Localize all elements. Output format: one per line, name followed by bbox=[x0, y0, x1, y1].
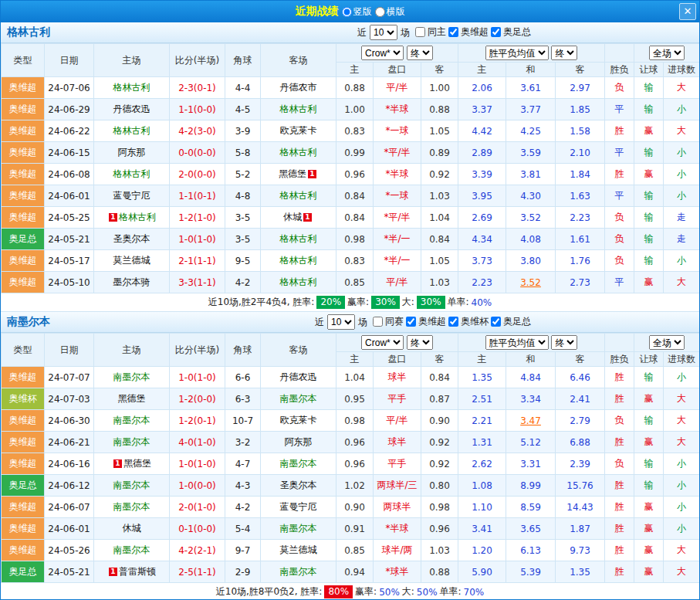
horizontal-radio[interactable] bbox=[375, 7, 385, 17]
footer-text: 50% bbox=[379, 587, 400, 598]
europe-odds-select[interactable]: 胜平负均值 bbox=[485, 46, 549, 60]
layout-option-horizontal[interactable]: 横版 bbox=[375, 5, 405, 19]
col-euro-away: 客 bbox=[556, 352, 605, 367]
europe-draw-odds-cell: 3.34 bbox=[506, 388, 556, 410]
league-filter[interactable]: 奥维杯 bbox=[448, 315, 489, 328]
corner-cell: 4-8 bbox=[225, 185, 261, 207]
col-euro-draw: 和 bbox=[506, 63, 556, 77]
goals-result-cell: 大 bbox=[664, 410, 700, 432]
corner-cell: 4-7 bbox=[225, 453, 261, 475]
footer-text: 大: bbox=[402, 296, 414, 309]
team-name: 阿东那 bbox=[285, 436, 313, 447]
score-cell: 2-1(1-1) bbox=[170, 250, 225, 272]
goals-result-cell: 大 bbox=[664, 432, 700, 453]
league-filter[interactable]: 同主 bbox=[415, 25, 446, 39]
vertical-radio[interactable] bbox=[342, 7, 352, 17]
scope-select[interactable]: 全场 bbox=[649, 46, 685, 60]
match-count-select[interactable]: 10 bbox=[327, 314, 355, 330]
europe-time-select[interactable]: 终 bbox=[551, 335, 577, 350]
filter-label: 奥足总 bbox=[503, 315, 531, 328]
home-team-cell: 休城 bbox=[94, 518, 170, 540]
corner-cell: 5-4 bbox=[225, 518, 261, 540]
match-row: 奥维超24-07-06格林古利2-3(0-1)4-4丹德农市0.88平/半1.0… bbox=[2, 77, 700, 99]
match-row: 奥维超24-06-21南墨尔本4-0(1-0)3-2阿东那0.96球半0.921… bbox=[2, 432, 700, 453]
scope-select[interactable]: 全场 bbox=[649, 335, 685, 350]
goals-result-cell: 小 bbox=[664, 142, 700, 164]
odds-company-select[interactable]: Crow* bbox=[361, 46, 404, 60]
league-cell: 奥足总 bbox=[2, 475, 45, 497]
col-date: 日期 bbox=[45, 44, 94, 77]
league-filter[interactable]: 奥维超 bbox=[448, 25, 489, 39]
league-filter[interactable]: 同赛 bbox=[373, 315, 404, 328]
europe-draw-odds-cell: 6.13 bbox=[506, 540, 556, 561]
result-cell: 负 bbox=[605, 453, 634, 475]
team-name: 墨尔本骑 bbox=[113, 276, 150, 287]
europe-time-select[interactable]: 终 bbox=[551, 46, 577, 60]
asia-handicap-cell: 平/半 bbox=[374, 77, 421, 99]
filter-checkbox[interactable] bbox=[448, 317, 458, 327]
score-cell: 0-1(0-0) bbox=[170, 518, 225, 540]
close-icon[interactable]: ✕ bbox=[679, 3, 696, 20]
filter-checkbox[interactable] bbox=[491, 317, 501, 327]
europe-odds-select[interactable]: 胜平负均值 bbox=[485, 335, 549, 350]
europe-draw-odds-cell[interactable]: 3.47 bbox=[506, 410, 556, 432]
col-home: 主场 bbox=[94, 334, 170, 367]
away-team-cell: 南墨尔本 bbox=[261, 453, 336, 475]
asia-home-odds-cell: 1.04 bbox=[336, 367, 374, 388]
league-filter[interactable]: 奥足总 bbox=[491, 315, 531, 328]
handicap-result-cell: 输 bbox=[634, 185, 664, 207]
europe-home-odds-cell: 1.20 bbox=[458, 540, 506, 561]
result-cell: 胜 bbox=[605, 518, 634, 540]
filter-checkbox[interactable] bbox=[491, 27, 501, 37]
result-header-spacer bbox=[605, 44, 634, 63]
footer-text: 40% bbox=[472, 297, 492, 308]
europe-draw-odds-cell: 4.84 bbox=[506, 367, 556, 388]
red-card-badge: 1 bbox=[113, 459, 122, 468]
footer-text: 大: bbox=[402, 585, 414, 598]
europe-draw-odds-cell[interactable]: 3.52 bbox=[506, 272, 556, 293]
corner-cell: 4-2 bbox=[225, 497, 261, 518]
league-filter[interactable]: 奥维超 bbox=[406, 315, 446, 328]
rate-badge: 20% bbox=[316, 296, 345, 309]
league-filter[interactable]: 奥足总 bbox=[491, 25, 531, 39]
odds-time-select[interactable]: 终 bbox=[407, 335, 433, 350]
filter-checkbox[interactable] bbox=[448, 27, 458, 37]
date-cell: 24-06-08 bbox=[45, 164, 94, 185]
col-score: 比分(半场) bbox=[170, 334, 225, 367]
europe-draw-odds-cell: 3.52 bbox=[506, 207, 556, 229]
odds-company-select[interactable]: Crow* bbox=[361, 335, 404, 350]
result-cell: 平 bbox=[605, 272, 634, 293]
footer-text: 近10场,胜2平4负4, 胜率: bbox=[208, 296, 315, 309]
filter-checkbox[interactable] bbox=[406, 317, 416, 327]
odds-time-select[interactable]: 终 bbox=[407, 46, 433, 60]
europe-home-odds-cell: 3.39 bbox=[458, 164, 506, 185]
games-label: 场 bbox=[401, 26, 410, 39]
goals-result-cell: 小 bbox=[664, 250, 700, 272]
asia-home-odds-cell: 0.84 bbox=[336, 207, 374, 229]
corner-cell: 6-6 bbox=[225, 367, 261, 388]
date-cell: 24-05-26 bbox=[45, 540, 94, 561]
asia-home-odds-cell: 0.90 bbox=[336, 497, 374, 518]
europe-home-odds-cell: 3.41 bbox=[458, 518, 506, 540]
europe-home-odds-cell: 2.51 bbox=[458, 388, 506, 410]
goals-result-cell: 大 bbox=[664, 120, 700, 142]
summary-footer-team1: 近10场,胜2平4负4, 胜率:20%赢率:30%大:30%单率:40% bbox=[1, 293, 699, 312]
score-cell: 1-1(0-0) bbox=[170, 99, 225, 120]
away-team-cell: 蓝曼宁厄 bbox=[261, 497, 336, 518]
filter-label: 奥维超 bbox=[418, 315, 446, 328]
team-name: 休城 bbox=[123, 523, 141, 534]
filter-label: 奥足总 bbox=[503, 25, 531, 39]
red-card-badge: 1 bbox=[303, 213, 312, 222]
filter-checkbox[interactable] bbox=[373, 317, 383, 327]
result-cell: 负 bbox=[605, 250, 634, 272]
handicap-result-cell: 赢 bbox=[634, 497, 664, 518]
col-handicap: 让球 bbox=[634, 352, 664, 367]
asia-away-odds-cell: 0.92 bbox=[421, 432, 458, 453]
match-count-select[interactable]: 10 bbox=[370, 25, 397, 40]
goals-result-cell: 小 bbox=[664, 367, 700, 388]
layout-option-vertical[interactable]: 竖版 bbox=[342, 5, 372, 19]
filter-checkbox[interactable] bbox=[415, 27, 425, 37]
footer-text: 近10场,胜8平0负2, 胜率: bbox=[216, 585, 323, 598]
corner-cell: 9-7 bbox=[225, 540, 261, 561]
europe-away-odds-cell: 2.39 bbox=[556, 453, 605, 475]
